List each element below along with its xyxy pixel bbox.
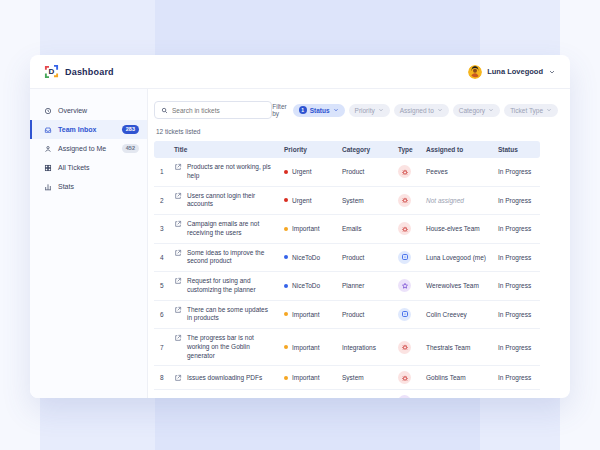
- col-assigned-to[interactable]: Assigned to: [420, 141, 492, 158]
- open-ticket-icon[interactable]: [174, 249, 182, 257]
- search-icon: [161, 107, 168, 114]
- open-ticket-icon[interactable]: [174, 374, 182, 382]
- toolbar: Filter by 1 Status Priority Assigned to …: [154, 101, 558, 119]
- col-status[interactable]: Status: [492, 141, 540, 158]
- priority-dot: [284, 227, 288, 231]
- ticket-title: The progress bar is not working on the G…: [187, 334, 272, 360]
- ticket-title: Products are not working, pls help: [187, 163, 272, 181]
- search-box[interactable]: [154, 101, 272, 119]
- open-ticket-icon[interactable]: [174, 220, 182, 228]
- ticket-row[interactable]: 4 Some ideas to improve the second produ…: [154, 243, 540, 272]
- ticket-status: In Progress: [492, 272, 540, 301]
- inbox-icon: [44, 126, 52, 134]
- ticket-category: Product: [336, 390, 392, 398]
- sidebar-item-team-inbox[interactable]: Team Inbox 283: [30, 120, 147, 139]
- ticket-category: System: [336, 366, 392, 390]
- tickets-count-label: 12 tickets listed: [156, 128, 558, 135]
- ticket-title: Some ideas to improve the second product: [187, 249, 272, 267]
- col-type[interactable]: Type: [392, 141, 420, 158]
- grid-icon: [44, 164, 52, 172]
- sidebar: Overview Team Inbox 283 Assigned to Me 4…: [30, 89, 148, 398]
- filter-count-badge: 1: [299, 106, 307, 114]
- ticket-number: 3: [154, 215, 168, 244]
- ticket-status: In Progress: [492, 300, 540, 329]
- dashboard-window: D Dashboard Luna Lovegood Overview: [30, 55, 570, 398]
- ticket-priority: NiceToDo: [292, 254, 320, 261]
- priority-dot: [284, 345, 288, 349]
- person-icon: [44, 145, 52, 153]
- ticket-category: System: [336, 186, 392, 215]
- user-menu[interactable]: Luna Lovegood: [468, 65, 556, 79]
- main-content: Filter by 1 Status Priority Assigned to …: [148, 89, 570, 398]
- bug-icon: [398, 165, 411, 178]
- col-number: [154, 141, 168, 158]
- chevron-down-icon: [437, 107, 443, 113]
- sidebar-item-all-tickets[interactable]: All Tickets: [30, 158, 147, 177]
- open-ticket-icon[interactable]: [174, 192, 182, 200]
- ticket-status: In Progress: [492, 186, 540, 215]
- ticket-number: 5: [154, 272, 168, 301]
- app-logo: D Dashboard: [44, 64, 114, 79]
- ticket-row[interactable]: 3 Campaign emails are not receiving the …: [154, 215, 540, 244]
- bug-icon: [398, 341, 411, 354]
- col-priority[interactable]: Priority: [278, 141, 336, 158]
- open-ticket-icon[interactable]: [174, 306, 182, 314]
- ticket-category: Integrations: [336, 329, 392, 366]
- app-header: D Dashboard Luna Lovegood: [30, 55, 570, 89]
- filter-pill-assigned-to[interactable]: Assigned to: [394, 104, 449, 117]
- ticket-row[interactable]: 9 Need to add collaborators Important Pr…: [154, 390, 540, 398]
- col-category[interactable]: Category: [336, 141, 392, 158]
- ticket-category: Product: [336, 300, 392, 329]
- ticket-title: Users cannot login their accounts: [187, 192, 272, 210]
- ticket-assigned-to: Not assigned: [420, 186, 492, 215]
- sidebar-item-stats[interactable]: Stats: [30, 177, 147, 196]
- ticket-title: Issues downloading PDFs: [187, 374, 262, 383]
- ticket-row[interactable]: 6 There can be some updates in products …: [154, 300, 540, 329]
- filter-pill-ticket-type[interactable]: Ticket Type: [504, 104, 558, 117]
- ticket-assigned-to: Peeves: [420, 158, 492, 186]
- priority-dot: [284, 170, 288, 174]
- chevron-down-icon: [378, 107, 384, 113]
- ticket-priority: Important: [292, 374, 319, 381]
- priority-dot: [284, 284, 288, 288]
- svg-text:D: D: [49, 67, 55, 76]
- chevron-down-icon: [333, 107, 339, 113]
- chevron-down-icon: [548, 68, 556, 76]
- ticket-number: 6: [154, 300, 168, 329]
- open-ticket-icon[interactable]: [174, 334, 182, 342]
- sidebar-count-badge: 283: [122, 125, 139, 135]
- ticket-assigned-to: Thestrals Team: [420, 329, 492, 366]
- ticket-assigned-to: Colin Creevey: [420, 300, 492, 329]
- ticket-status: In Progress: [492, 158, 540, 186]
- ticket-row[interactable]: 8 Issues downloading PDFs Important Syst…: [154, 366, 540, 390]
- suggestion-icon: [398, 251, 411, 264]
- col-title[interactable]: Title: [168, 141, 278, 158]
- ticket-assigned-to: Luna Lovegood (me): [420, 243, 492, 272]
- app-title: Dashboard: [65, 67, 114, 77]
- ticket-row[interactable]: 7 The progress bar is not working on the…: [154, 329, 540, 366]
- sidebar-item-assigned-to-me[interactable]: Assigned to Me 452: [30, 139, 147, 158]
- ticket-row[interactable]: 1 Products are not working, pls help Urg…: [154, 158, 540, 186]
- ticket-priority: Urgent: [292, 197, 312, 204]
- ticket-row[interactable]: 2 Users cannot login their accounts Urge…: [154, 186, 540, 215]
- filter-pill-priority[interactable]: Priority: [349, 104, 390, 117]
- ticket-status: In Progress: [492, 243, 540, 272]
- search-input[interactable]: [172, 107, 265, 114]
- filter-bar: Filter by 1 Status Priority Assigned to …: [272, 103, 558, 117]
- open-ticket-icon[interactable]: [174, 277, 182, 285]
- ticket-assigned-to: House-elves Team: [420, 215, 492, 244]
- ticket-row[interactable]: 5 Request for using and customizing the …: [154, 272, 540, 301]
- ticket-number: 9: [154, 390, 168, 398]
- filter-pill-category[interactable]: Category: [453, 104, 500, 117]
- ticket-status: In Progress: [492, 329, 540, 366]
- filter-pill-status[interactable]: 1 Status: [293, 104, 345, 117]
- ticket-category: Emails: [336, 215, 392, 244]
- ticket-priority: Important: [292, 311, 319, 318]
- ticket-number: 7: [154, 329, 168, 366]
- suggestion-icon: [398, 308, 411, 321]
- logo-brackets-icon: D: [44, 64, 59, 79]
- priority-dot: [284, 376, 288, 380]
- open-ticket-icon[interactable]: [174, 163, 182, 171]
- ticket-priority: Urgent: [292, 168, 312, 175]
- sidebar-item-overview[interactable]: Overview: [30, 101, 147, 120]
